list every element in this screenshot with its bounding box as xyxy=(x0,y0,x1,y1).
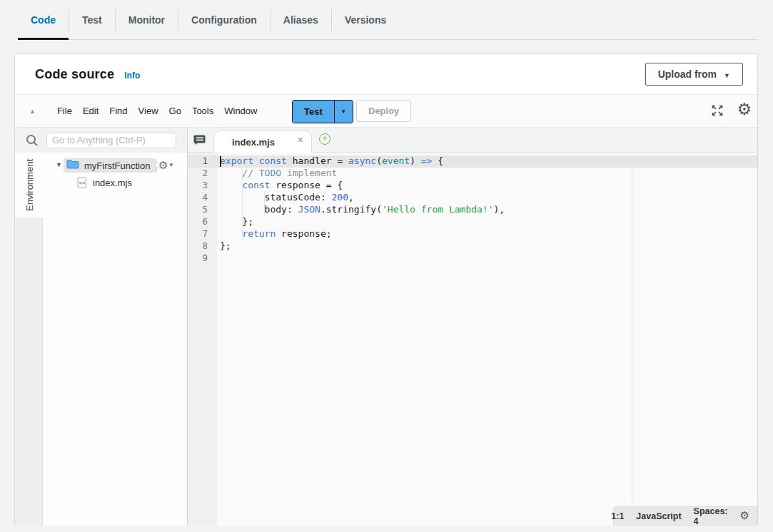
gutter-line-number: 6 xyxy=(188,216,217,228)
menu-edit[interactable]: Edit xyxy=(83,106,98,116)
folder-selected-pill: myFirstFunction - / xyxy=(64,158,156,173)
gutter[interactable]: 123456789 xyxy=(188,155,217,265)
tree-row-folder[interactable]: myFirstFunction - / xyxy=(43,158,187,173)
code-line-4[interactable]: statusCode: 200, xyxy=(217,192,757,204)
code-editor-area[interactable]: 123456789 export const handler = async(e… xyxy=(188,153,757,526)
goto-anything-input[interactable] xyxy=(46,133,176,148)
tab-versions-label: Versions xyxy=(345,14,386,26)
menu-find[interactable]: Find xyxy=(109,106,127,116)
tab-monitor-label: Monitor xyxy=(128,14,165,26)
editor-settings-gear-icon[interactable] xyxy=(737,100,752,118)
tab-code-label: Code xyxy=(31,14,56,26)
code-lines: export const handler = async(event) => {… xyxy=(217,155,757,265)
code-line-8[interactable]: }; xyxy=(217,240,757,252)
tab-configuration-label: Configuration xyxy=(191,14,257,26)
sidebar-rail: Environment xyxy=(15,153,43,526)
code-line-6[interactable]: }; xyxy=(217,216,757,228)
editor-status-bar: 1:1 JavaScript Spaces: 4 xyxy=(613,506,757,526)
tab-versions[interactable]: Versions xyxy=(332,0,399,40)
sidebar-search-row xyxy=(15,128,187,153)
search-icon[interactable] xyxy=(25,133,39,148)
editor-tabstrip: index.mjs xyxy=(188,128,757,153)
chevron-down-icon xyxy=(724,68,730,80)
tree-settings-gear-icon[interactable] xyxy=(158,159,173,172)
upload-from-button[interactable]: Upload from xyxy=(645,63,743,86)
test-dropdown-arrow[interactable] xyxy=(334,101,353,123)
tab-monitor[interactable]: Monitor xyxy=(116,0,178,40)
tab-test[interactable]: Test xyxy=(69,0,115,40)
gutter-line-number: 1 xyxy=(188,155,217,168)
editor-menubar: ▲ File Edit Find View Go Tools Window Te… xyxy=(15,95,757,128)
tab-code[interactable]: Code xyxy=(18,0,69,40)
test-button[interactable]: Test xyxy=(293,101,334,123)
info-link[interactable]: Info xyxy=(124,71,140,81)
page-title: Code source xyxy=(35,67,114,82)
code-source-header: Code source Info Upload from xyxy=(15,54,757,95)
code-line-9[interactable] xyxy=(217,252,757,265)
menu-go[interactable]: Go xyxy=(169,106,181,116)
code-line-7[interactable]: return response; xyxy=(217,228,757,240)
folder-path-suffix: - / xyxy=(155,157,158,174)
gutter-line-number: 3 xyxy=(188,180,217,192)
new-tab-plus-icon[interactable] xyxy=(319,133,330,145)
code-file-icon: <> xyxy=(77,177,86,188)
svg-text:<>: <> xyxy=(79,180,86,186)
status-settings-gear-icon[interactable] xyxy=(740,511,749,521)
menu-file[interactable]: File xyxy=(57,106,72,116)
editor-tab-indexmjs[interactable]: index.mjs xyxy=(213,131,312,153)
sidebar: Environment myFirstFunction xyxy=(15,128,188,526)
test-button-label: Test xyxy=(304,106,323,117)
fullscreen-icon[interactable] xyxy=(710,103,724,118)
gutter-line-number: 2 xyxy=(188,168,217,180)
editor-tab-label: index.mjs xyxy=(232,137,275,148)
folder-name: myFirstFunction xyxy=(84,160,150,171)
tab-aliases-label: Aliases xyxy=(283,14,318,26)
code-line-1[interactable]: export const handler = async(event) => { xyxy=(217,155,757,168)
tab-test-label: Test xyxy=(82,14,102,26)
indent-setting[interactable]: Spaces: 4 xyxy=(694,506,728,526)
gutter-line-number: 8 xyxy=(188,240,217,252)
menu-view[interactable]: View xyxy=(138,106,158,116)
gutter-line-number: 7 xyxy=(188,228,217,240)
tab-aliases[interactable]: Aliases xyxy=(271,0,331,40)
tree-row-file[interactable]: <> index.mjs xyxy=(43,175,187,190)
tab-list-icon[interactable] xyxy=(193,134,206,145)
collapse-panel-icon[interactable]: ▲ xyxy=(29,108,36,115)
file-name: index.mjs xyxy=(93,178,132,188)
code-source-card: Code source Info Upload from ▲ File Edit… xyxy=(14,53,758,524)
code-line-5[interactable]: body: JSON.stringify('Hello from Lambda!… xyxy=(217,204,757,216)
gutter-line-number: 9 xyxy=(188,252,217,265)
folder-icon xyxy=(66,159,79,172)
code-line-3[interactable]: const response = { xyxy=(217,180,757,192)
function-nav: Code Test Monitor Configuration Aliases … xyxy=(0,0,773,41)
environment-tab[interactable]: Environment xyxy=(15,153,44,218)
editor-pane: index.mjs 123456789 export const handler… xyxy=(188,128,757,526)
upload-from-label: Upload from xyxy=(658,68,717,80)
text-cursor xyxy=(220,156,221,167)
menu-window[interactable]: Window xyxy=(224,106,257,116)
test-split-button: Test xyxy=(292,100,353,123)
tab-configuration[interactable]: Configuration xyxy=(178,0,270,40)
lambda-code-page: Code Test Monitor Configuration Aliases … xyxy=(0,0,773,532)
gutter-line-number: 5 xyxy=(188,204,217,216)
code-line-2[interactable]: // TODO implement xyxy=(217,168,757,180)
close-tab-icon[interactable] xyxy=(298,135,303,145)
file-tree: myFirstFunction - / <> index.mjs xyxy=(43,153,187,526)
folder-expand-caret-icon[interactable] xyxy=(56,161,62,168)
menu-tools[interactable]: Tools xyxy=(192,106,213,116)
cursor-position[interactable]: 1:1 xyxy=(611,511,624,521)
language-mode[interactable]: JavaScript xyxy=(636,511,681,521)
deploy-button[interactable]: Deploy xyxy=(356,100,411,122)
editor-menus: File Edit Find View Go Tools Window xyxy=(57,106,258,116)
environment-tab-label: Environment xyxy=(24,159,35,211)
gutter-line-number: 4 xyxy=(188,192,217,204)
editor-workspace: Environment myFirstFunction xyxy=(15,128,757,526)
